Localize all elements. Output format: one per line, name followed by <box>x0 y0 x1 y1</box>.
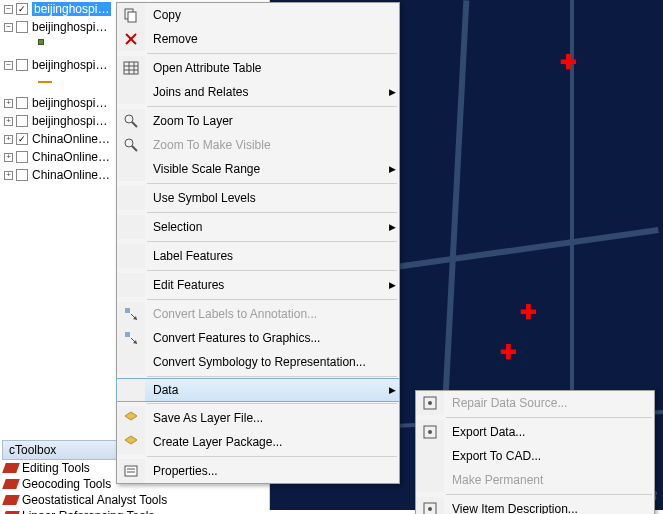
submenu-arrow-icon: ▶ <box>385 280 399 290</box>
toolbox-label: Geocoding Tools <box>22 477 111 491</box>
menu-item-label: Joins and Relates <box>145 85 385 99</box>
menu-item-label: Copy <box>145 8 385 22</box>
layer-label[interactable]: ChinaOnline… <box>32 168 110 182</box>
layer-label[interactable]: beijinghospi… <box>32 2 111 16</box>
svg-marker-18 <box>125 436 137 444</box>
toolbox-icon <box>2 479 20 489</box>
menu-item-view-item-description[interactable]: View Item Description... <box>416 497 654 514</box>
menu-item-save-as-layer-file[interactable]: Save As Layer File... <box>117 406 399 430</box>
menu-item-zoom-to-layer[interactable]: Zoom To Layer <box>117 109 399 133</box>
menu-item-label: Zoom To Make Visible <box>145 138 385 152</box>
menu-item-export-to-cad[interactable]: Export To CAD... <box>416 444 654 468</box>
menu-item-label: Use Symbol Levels <box>145 191 385 205</box>
menu-item-label: View Item Description... <box>444 502 640 514</box>
menu-item-label: Create Layer Package... <box>145 435 385 449</box>
svg-rect-4 <box>124 62 138 74</box>
menu-item-data[interactable]: Data▶ <box>116 378 400 402</box>
svg-rect-19 <box>125 466 137 476</box>
remove-icon <box>117 27 145 51</box>
menu-item-use-symbol-levels[interactable]: Use Symbol Levels <box>117 186 399 210</box>
menu-item-label: Visible Scale Range <box>145 162 385 176</box>
point-symbol-icon <box>38 39 44 45</box>
layer-context-menu: CopyRemoveOpen Attribute TableJoins and … <box>116 2 400 484</box>
menu-item-joins-and-relates[interactable]: Joins and Relates▶ <box>117 80 399 104</box>
menu-item-label: Convert Labels to Annotation... <box>145 307 385 321</box>
convlbl-icon <box>117 302 145 326</box>
menu-item-label: Open Attribute Table <box>145 61 385 75</box>
menu-item-make-permanent: Make Permanent <box>416 468 654 492</box>
menu-item-properties[interactable]: Properties... <box>117 459 399 483</box>
zoom-icon <box>117 109 145 133</box>
layer-checkbox[interactable] <box>16 169 28 181</box>
menu-item-label: Save As Layer File... <box>145 411 385 425</box>
desc-icon <box>416 497 444 514</box>
zoom2-icon <box>117 133 145 157</box>
svg-rect-13 <box>125 308 130 313</box>
export-icon <box>416 420 444 444</box>
menu-item-label: Label Features <box>145 249 385 263</box>
expand-icon[interactable]: + <box>4 135 13 144</box>
submenu-arrow-icon: ▶ <box>385 222 399 232</box>
svg-point-11 <box>125 139 133 147</box>
layer-checkbox[interactable] <box>16 3 28 15</box>
line-symbol-icon <box>38 81 52 83</box>
pkg-icon <box>117 430 145 454</box>
hospital-marker-icon: ✚ <box>520 300 537 324</box>
toolbox-label: Geostatistical Analyst Tools <box>22 493 167 507</box>
menu-item-label: Remove <box>145 32 385 46</box>
repair-icon <box>416 391 444 415</box>
menu-item-selection[interactable]: Selection▶ <box>117 215 399 239</box>
layer-label[interactable]: beijinghospi… <box>32 58 107 72</box>
menu-item-open-attribute-table[interactable]: Open Attribute Table <box>117 56 399 80</box>
menu-item-copy[interactable]: Copy <box>117 3 399 27</box>
menu-item-label: Make Permanent <box>444 473 640 487</box>
menu-item-edit-features[interactable]: Edit Features▶ <box>117 273 399 297</box>
props-icon <box>117 459 145 483</box>
submenu-arrow-icon: ▶ <box>385 164 399 174</box>
layer-checkbox[interactable] <box>16 97 28 109</box>
menu-item-remove[interactable]: Remove <box>117 27 399 51</box>
menu-item-create-layer-package[interactable]: Create Layer Package... <box>117 430 399 454</box>
toolbox-icon <box>2 463 20 473</box>
menu-item-export-data[interactable]: Export Data... <box>416 420 654 444</box>
layer-checkbox[interactable] <box>16 59 28 71</box>
menu-item-convert-symbology-to-representation[interactable]: Convert Symbology to Representation... <box>117 350 399 374</box>
convfeat-icon <box>117 326 145 350</box>
expand-icon[interactable]: − <box>4 5 13 14</box>
data-submenu: Repair Data Source...Export Data...Expor… <box>415 390 655 514</box>
layer-label[interactable]: beijinghospi… <box>32 20 107 34</box>
svg-marker-17 <box>125 412 137 420</box>
expand-icon[interactable]: + <box>4 171 13 180</box>
expand-icon[interactable]: + <box>4 99 13 108</box>
toolbox-item[interactable]: Linear Referencing Tools <box>2 508 262 514</box>
copy-icon <box>117 3 145 27</box>
savelayer-icon <box>117 406 145 430</box>
layer-checkbox[interactable] <box>16 133 28 145</box>
menu-item-label: Repair Data Source... <box>444 396 640 410</box>
expand-icon[interactable]: − <box>4 23 13 32</box>
layer-label[interactable]: beijinghospi… <box>32 96 107 110</box>
layer-checkbox[interactable] <box>16 115 28 127</box>
svg-point-25 <box>428 430 432 434</box>
toolbox-item[interactable]: Geostatistical Analyst Tools <box>2 492 262 508</box>
table-icon <box>117 56 145 80</box>
layer-label[interactable]: ChinaOnline… <box>32 150 110 164</box>
menu-item-repair-data-source: Repair Data Source... <box>416 391 654 415</box>
menu-item-label: Zoom To Layer <box>145 114 385 128</box>
submenu-arrow-icon: ▶ <box>385 87 399 97</box>
menu-item-label: Export Data... <box>444 425 640 439</box>
layer-checkbox[interactable] <box>16 151 28 163</box>
layer-label[interactable]: ChinaOnline… <box>32 132 110 146</box>
menu-item-zoom-to-make-visible: Zoom To Make Visible <box>117 133 399 157</box>
expand-icon[interactable]: + <box>4 153 13 162</box>
svg-rect-15 <box>125 332 130 337</box>
layer-label[interactable]: beijinghospi… <box>32 114 107 128</box>
expand-icon[interactable]: + <box>4 117 13 126</box>
layer-checkbox[interactable] <box>16 21 28 33</box>
menu-item-convert-features-to-graphics[interactable]: Convert Features to Graphics... <box>117 326 399 350</box>
menu-item-visible-scale-range[interactable]: Visible Scale Range▶ <box>117 157 399 181</box>
toolbox-label: Editing Tools <box>22 461 90 475</box>
expand-icon[interactable]: − <box>4 61 13 70</box>
menu-item-label: Convert Features to Graphics... <box>145 331 385 345</box>
menu-item-label-features[interactable]: Label Features <box>117 244 399 268</box>
